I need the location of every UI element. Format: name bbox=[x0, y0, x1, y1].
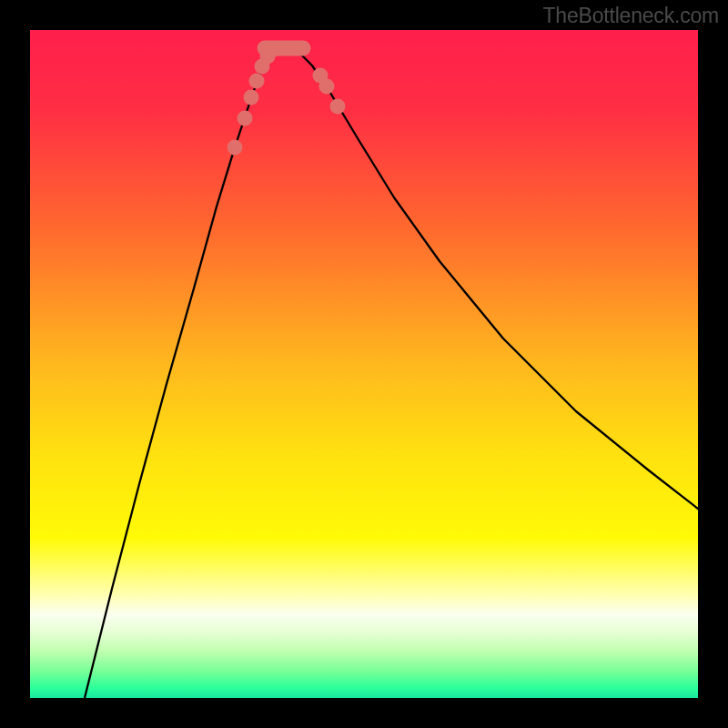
watermark-text: TheBottleneck.com bbox=[543, 4, 719, 28]
curve-marker-left bbox=[238, 111, 253, 126]
plot-area bbox=[30, 30, 698, 698]
curve-marker-left bbox=[228, 140, 243, 156]
curve-marker-left bbox=[249, 74, 265, 89]
curve-marker-right bbox=[330, 99, 346, 115]
chart-frame: TheBottleneck.com bbox=[0, 0, 728, 728]
gradient-background bbox=[30, 30, 698, 698]
curve-marker-left bbox=[244, 90, 259, 106]
chart-svg bbox=[30, 30, 698, 698]
curve-marker-right bbox=[319, 79, 335, 95]
